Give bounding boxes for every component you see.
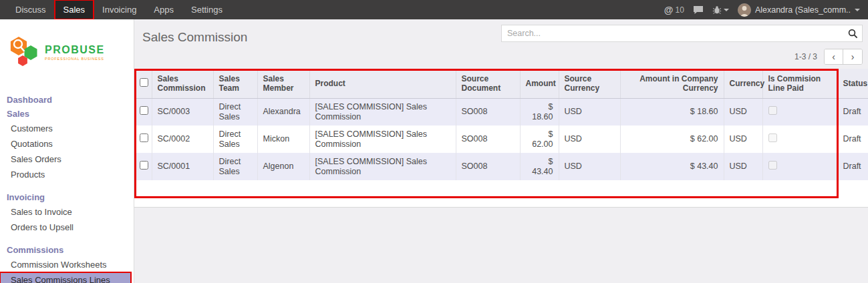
- cell-amount[interactable]: $ 43.40: [520, 153, 559, 180]
- app-menus: Discuss Sales Invoicing Apps Settings: [0, 0, 231, 19]
- menu-invoicing[interactable]: Invoicing: [94, 0, 145, 19]
- cell-source-currency[interactable]: USD: [559, 153, 620, 180]
- main-content: Sales Commission 1-3 / 3 ‹ › Sales: [134, 19, 868, 283]
- probuse-logo-icon: [8, 35, 40, 69]
- pager-range: 1-3 / 3: [794, 52, 817, 61]
- bug-icon: [712, 5, 722, 15]
- sidebar-item-dashboard[interactable]: Dashboard: [0, 93, 134, 107]
- menu-discuss[interactable]: Discuss: [7, 0, 55, 19]
- cell-sales-team[interactable]: Direct Sales: [213, 125, 257, 153]
- menu-sales[interactable]: Sales: [55, 0, 94, 19]
- col-amount-company-currency[interactable]: Amount in Company Currency: [620, 69, 724, 98]
- cell-sales-member[interactable]: Alexandra: [257, 98, 309, 125]
- select-all-checkbox-cell: [134, 69, 152, 98]
- cell-sales-member[interactable]: Algenon: [257, 153, 309, 180]
- menu-apps[interactable]: Apps: [145, 0, 182, 19]
- sidebar: PROBUSE PROFESSIONAL BUSINESS Dashboard …: [0, 19, 134, 283]
- col-currency[interactable]: Currency: [724, 69, 762, 98]
- company-logo: PROBUSE PROFESSIONAL BUSINESS: [0, 19, 134, 83]
- row-checkbox[interactable]: [140, 133, 148, 142]
- menu-settings[interactable]: Settings: [182, 0, 231, 19]
- cell-amount-company-currency[interactable]: $ 18.60: [620, 98, 724, 125]
- sidebar-item-orders-to-upsell[interactable]: Orders to Upsell: [0, 220, 134, 235]
- search-button[interactable]: [843, 25, 862, 41]
- user-menu[interactable]: Alexandra (Sales_comm..: [738, 3, 860, 17]
- cell-sales-member[interactable]: Mickon: [257, 125, 309, 153]
- sidebar-item-customers[interactable]: Customers: [0, 121, 134, 136]
- mentions-count: 10: [676, 5, 684, 15]
- cell-currency[interactable]: USD: [724, 98, 762, 125]
- cell-source-document[interactable]: SO008: [456, 98, 520, 125]
- sidebar-nav: Dashboard Sales Customers Quotations Sal…: [0, 83, 134, 283]
- sidebar-item-commission-worksheets[interactable]: Commission Worksheets: [0, 257, 134, 272]
- col-sales-member[interactable]: Sales Member: [257, 69, 309, 98]
- sidebar-item-sales-to-invoice[interactable]: Sales to Invoice: [0, 204, 134, 220]
- commission-lines-table-wrap: Sales Commission Sales Team Sales Member…: [134, 69, 868, 208]
- search-box: [501, 25, 863, 42]
- sidebar-item-products[interactable]: Products: [0, 167, 134, 182]
- table-row[interactable]: SC/0001 Direct Sales Algenon [SALES COMM…: [134, 153, 868, 180]
- cell-product[interactable]: [SALES COMMISSION] Sales Commission: [309, 125, 456, 153]
- cell-sales-commission[interactable]: SC/0001: [152, 153, 213, 180]
- chat-bubble-icon: [693, 5, 704, 15]
- cell-status[interactable]: Draft: [837, 153, 868, 180]
- mentions-counter[interactable]: @ 10: [664, 5, 684, 15]
- cell-is-paid: [762, 125, 837, 153]
- debug-menu[interactable]: [712, 5, 729, 15]
- cell-product[interactable]: [SALES COMMISSION] Sales Commission: [309, 153, 456, 180]
- cell-is-paid: [762, 153, 837, 180]
- logo-name: PROBUSE: [45, 44, 105, 56]
- cell-is-paid: [762, 98, 837, 125]
- table-row[interactable]: SC/0002 Direct Sales Mickon [SALES COMMI…: [134, 125, 868, 153]
- cell-amount-company-currency[interactable]: $ 43.40: [620, 153, 724, 180]
- table-footer-space: [134, 180, 868, 207]
- row-checkbox[interactable]: [140, 106, 148, 115]
- col-source-currency[interactable]: Source Currency: [559, 69, 620, 98]
- sidebar-section-sales[interactable]: Sales: [0, 107, 134, 121]
- search-input[interactable]: [502, 29, 843, 38]
- col-status[interactable]: Status: [837, 69, 868, 98]
- sidebar-section-invoicing[interactable]: Invoicing: [0, 190, 134, 204]
- cell-sales-commission[interactable]: SC/0003: [152, 98, 213, 125]
- cell-source-document[interactable]: SO008: [456, 125, 520, 153]
- cell-sales-commission[interactable]: SC/0002: [152, 125, 213, 153]
- col-amount[interactable]: Amount: [520, 69, 559, 98]
- cell-amount-company-currency[interactable]: $ 62.00: [620, 125, 724, 153]
- cell-source-currency[interactable]: USD: [559, 125, 620, 153]
- sidebar-item-quotations[interactable]: Quotations: [0, 136, 134, 152]
- sidebar-item-sales-orders[interactable]: Sales Orders: [0, 152, 134, 167]
- pager-prev-button[interactable]: ‹: [825, 49, 843, 64]
- topbar-right-tools: @ 10 Alexandra (Sales_: [664, 3, 868, 17]
- col-sales-commission[interactable]: Sales Commission: [152, 69, 213, 98]
- table-row[interactable]: SC/0003 Direct Sales Alexandra [SALES CO…: [134, 98, 868, 125]
- row-checkbox[interactable]: [140, 161, 148, 170]
- col-is-commission-line-paid[interactable]: Is Commision Line Paid: [762, 69, 837, 98]
- row-checkbox-cell: [134, 125, 152, 153]
- cell-amount[interactable]: $ 18.60: [520, 98, 559, 125]
- top-menu-bar: Discuss Sales Invoicing Apps Settings @ …: [0, 0, 868, 19]
- cell-product[interactable]: [SALES COMMISSION] Sales Commission: [309, 98, 456, 125]
- cell-sales-team[interactable]: Direct Sales: [213, 98, 257, 125]
- col-source-document[interactable]: Source Document: [456, 69, 520, 98]
- cell-status[interactable]: Draft: [837, 98, 868, 125]
- pager-buttons: ‹ ›: [824, 49, 863, 65]
- cell-currency[interactable]: USD: [724, 125, 762, 153]
- cell-currency[interactable]: USD: [724, 153, 762, 180]
- row-checkbox-cell: [134, 153, 152, 180]
- cell-source-document[interactable]: SO008: [456, 153, 520, 180]
- pager-next-button[interactable]: ›: [843, 49, 862, 64]
- is-paid-checkbox: [768, 133, 777, 142]
- col-sales-team[interactable]: Sales Team: [213, 69, 257, 98]
- sidebar-section-commissions[interactable]: Commissions: [0, 243, 134, 257]
- is-paid-checkbox: [768, 106, 777, 115]
- caret-down-icon: [855, 9, 860, 11]
- is-paid-checkbox: [768, 161, 777, 170]
- cell-amount[interactable]: $ 62.00: [520, 125, 559, 153]
- cell-source-currency[interactable]: USD: [559, 98, 620, 125]
- cell-status[interactable]: Draft: [837, 125, 868, 153]
- col-product[interactable]: Product: [309, 69, 456, 98]
- select-all-checkbox[interactable]: [140, 78, 148, 87]
- messages-icon[interactable]: [693, 5, 704, 15]
- cell-sales-team[interactable]: Direct Sales: [213, 153, 257, 180]
- sidebar-item-sales-commissions-lines[interactable]: Sales Commissions Lines: [0, 272, 131, 283]
